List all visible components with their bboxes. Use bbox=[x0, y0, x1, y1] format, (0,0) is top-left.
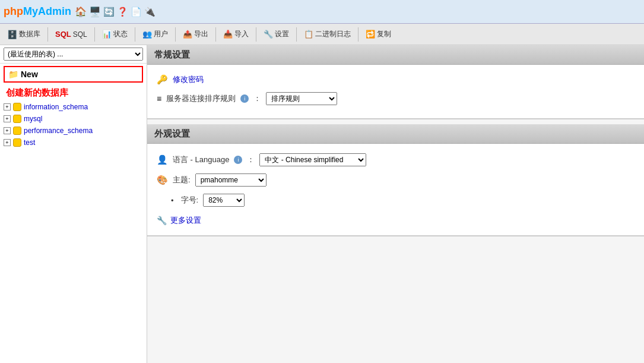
db-cylinder-icon-4 bbox=[13, 138, 21, 147]
theme-row: 🎨 主题: pmahomme bbox=[157, 170, 635, 190]
general-settings-header: 常规设置 bbox=[147, 45, 644, 65]
change-password-row: 🔑 修改密码 bbox=[157, 71, 635, 89]
status-icon: 📊 bbox=[102, 30, 112, 39]
server-icon[interactable]: 🖥️ bbox=[89, 6, 101, 17]
toolbar-users-btn[interactable]: 👥 用户 bbox=[138, 27, 173, 41]
toolbar-replicate-label: 复制 bbox=[377, 29, 391, 39]
toolbar-divider-4 bbox=[175, 27, 176, 42]
db-cylinder-icon-3 bbox=[13, 127, 21, 135]
header-icons: 🏠 🖥️ 🔄 ❓ 📄 🔌 bbox=[75, 6, 156, 17]
appearance-settings-header: 外观设置 bbox=[147, 124, 644, 144]
collation-label: 服务器连接排序规则 bbox=[166, 93, 236, 104]
sidebar: (最近使用的表) ... 📁 New 创建新的数据库 + information… bbox=[0, 45, 147, 363]
toolbar-sql-label: SQL bbox=[73, 30, 87, 39]
toolbar-divider-5 bbox=[215, 27, 216, 42]
logo-text2: MyAdmin bbox=[23, 5, 71, 18]
home-icon[interactable]: 🏠 bbox=[75, 6, 87, 17]
toolbar-binlog-btn[interactable]: 📋 二进制日志 bbox=[299, 27, 356, 41]
toolbar-import-label: 导入 bbox=[234, 29, 249, 39]
collation-info-icon[interactable]: i bbox=[240, 94, 249, 103]
toolbar-divider-3 bbox=[135, 27, 135, 42]
expand-icon-test: + bbox=[4, 139, 11, 146]
main-layout: (最近使用的表) ... 📁 New 创建新的数据库 + information… bbox=[0, 45, 644, 363]
order-icon: ≡ bbox=[157, 94, 161, 103]
toolbar-binlog-label: 二进制日志 bbox=[315, 29, 351, 39]
db-icon: 🗄️ bbox=[7, 30, 17, 39]
db-item-mysql[interactable]: + mysql bbox=[0, 113, 147, 125]
sql-icon: SQL bbox=[55, 30, 71, 39]
plugin-icon[interactable]: 🔌 bbox=[144, 7, 156, 17]
theme-icon: 🎨 bbox=[157, 175, 168, 185]
theme-label: 主题: bbox=[173, 175, 191, 185]
header-bar: phpMyAdmin 🏠 🖥️ 🔄 ❓ 📄 🔌 bbox=[0, 0, 644, 24]
toolbar-settings-label: 设置 bbox=[275, 29, 289, 39]
toolbar: 🗄️ 数据库 SQL SQL 📊 状态 👥 用户 📤 导出 📥 导入 🔧 设置 … bbox=[0, 24, 644, 45]
users-icon: 👥 bbox=[142, 30, 152, 39]
new-database-item[interactable]: 📁 New bbox=[4, 66, 143, 83]
wrench-icon: 🔧 bbox=[157, 216, 167, 225]
replicate-icon: 🔁 bbox=[366, 30, 375, 39]
collation-row: ≡ 服务器连接排序规则 i ： 排序规则 bbox=[157, 89, 635, 109]
toolbar-status-btn[interactable]: 📊 状态 bbox=[97, 27, 132, 41]
db-cylinder-icon-2 bbox=[13, 115, 21, 123]
db-link-performance-schema[interactable]: performance_schema bbox=[24, 127, 93, 135]
new-db-icon: 📁 bbox=[8, 70, 18, 79]
expand-icon-mysql: + bbox=[4, 115, 11, 122]
more-settings-link[interactable]: 🔧 更多设置 bbox=[157, 215, 635, 226]
toolbar-status-label: 状态 bbox=[113, 29, 128, 39]
logo: phpMyAdmin bbox=[4, 5, 71, 18]
toolbar-divider-7 bbox=[296, 27, 297, 42]
toolbar-users-label: 用户 bbox=[154, 29, 168, 39]
db-item-information-schema[interactable]: + information_schema bbox=[0, 101, 147, 113]
table-select-row: (最近使用的表) ... bbox=[0, 45, 147, 64]
toolbar-database-label: 数据库 bbox=[19, 29, 40, 39]
collation-separator: ： bbox=[253, 93, 261, 104]
toolbar-database-btn[interactable]: 🗄️ 数据库 bbox=[2, 27, 45, 41]
language-info-icon[interactable]: i bbox=[234, 156, 242, 164]
toolbar-export-btn[interactable]: 📤 导出 bbox=[178, 27, 213, 41]
db-link-mysql[interactable]: mysql bbox=[24, 115, 42, 123]
toolbar-replicate-btn[interactable]: 🔁 复制 bbox=[361, 27, 396, 41]
fontsize-label: 字号: bbox=[181, 195, 199, 206]
toolbar-sql-btn[interactable]: SQL SQL bbox=[50, 28, 92, 40]
refresh-icon[interactable]: 🔄 bbox=[103, 7, 115, 17]
logo-text: php bbox=[4, 5, 23, 18]
db-cylinder-icon bbox=[13, 103, 21, 111]
export-icon: 📤 bbox=[183, 30, 192, 39]
collation-select[interactable]: 排序规则 bbox=[266, 92, 337, 105]
general-settings-section: 常规设置 🔑 修改密码 ≡ 服务器连接排序规则 i ： 排序规则 bbox=[147, 45, 644, 119]
create-db-label: 创建新的数据库 bbox=[0, 85, 147, 101]
db-item-test[interactable]: + test bbox=[0, 137, 147, 149]
general-settings-body: 🔑 修改密码 ≡ 服务器连接排序规则 i ： 排序规则 bbox=[147, 65, 644, 119]
recent-tables-select[interactable]: (最近使用的表) ... bbox=[4, 48, 143, 61]
language-select[interactable]: 中文 - Chinese simplified bbox=[259, 153, 366, 166]
help-icon[interactable]: ❓ bbox=[117, 7, 128, 17]
fontsize-select[interactable]: 82% bbox=[203, 194, 245, 207]
binlog-icon: 📋 bbox=[304, 30, 313, 39]
key-icon: 🔑 bbox=[157, 74, 168, 85]
new-label: New bbox=[21, 70, 38, 79]
toolbar-settings-btn[interactable]: 🔧 设置 bbox=[259, 27, 294, 41]
fontsize-row: • 字号: 82% bbox=[171, 190, 635, 210]
expand-icon-performance-schema: + bbox=[4, 127, 11, 134]
toolbar-import-btn[interactable]: 📥 导入 bbox=[218, 27, 253, 41]
theme-select[interactable]: pmahomme bbox=[195, 173, 267, 187]
db-link-information-schema[interactable]: information_schema bbox=[24, 103, 88, 111]
db-list: + information_schema + mysql + performan… bbox=[0, 101, 147, 149]
language-icon: 👤 bbox=[157, 154, 168, 165]
import-icon: 📥 bbox=[223, 30, 233, 39]
toolbar-divider-2 bbox=[94, 27, 95, 42]
settings-icon: 🔧 bbox=[264, 30, 273, 39]
language-row: 👤 语言 - Language i ： 中文 - Chinese simplif… bbox=[157, 150, 635, 170]
db-link-test[interactable]: test bbox=[24, 138, 35, 147]
db-item-performance-schema[interactable]: + performance_schema bbox=[0, 125, 147, 137]
doc-icon[interactable]: 📄 bbox=[131, 7, 142, 17]
expand-icon-information-schema: + bbox=[4, 103, 11, 111]
toolbar-export-label: 导出 bbox=[194, 29, 208, 39]
bullet-icon: • bbox=[171, 196, 174, 205]
content-area: 常规设置 🔑 修改密码 ≡ 服务器连接排序规则 i ： 排序规则 bbox=[147, 45, 644, 363]
toolbar-divider-6 bbox=[256, 27, 256, 42]
more-settings-label: 更多设置 bbox=[170, 215, 201, 226]
change-password-link[interactable]: 修改密码 bbox=[173, 74, 204, 85]
appearance-settings-body: 👤 语言 - Language i ： 中文 - Chinese simplif… bbox=[147, 144, 644, 236]
